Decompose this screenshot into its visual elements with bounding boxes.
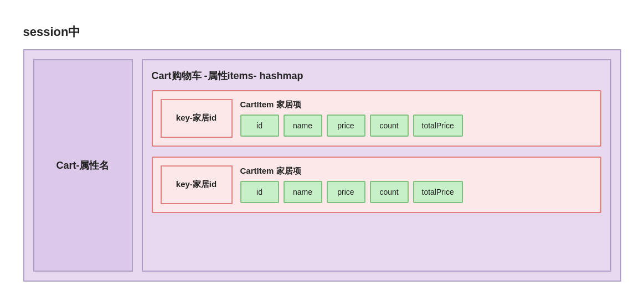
cartitem-fields-1: id name price count [240, 115, 593, 137]
left-panel: Cart-属性名 [33, 59, 133, 272]
cartitem-title-2: CartItem 家居项 [240, 166, 593, 176]
field-price-2: price [327, 181, 365, 203]
field-name-2: name [284, 181, 322, 203]
field-name-1: name [284, 115, 322, 137]
hashmap-items: key-家居id CartItem 家居项 id name [152, 90, 601, 213]
cartitem-fields-2: id name price count [240, 181, 593, 203]
hashmap-row: key-家居id CartItem 家居项 id name [152, 90, 601, 147]
field-id-1: id [240, 115, 279, 137]
field-id-2: id [240, 181, 279, 203]
field-price-1: price [327, 115, 365, 137]
value-box-1: CartItem 家居项 id name price [240, 100, 593, 137]
field-totalprice-2: totalPrice [413, 181, 463, 203]
hashmap-row-2: key-家居id CartItem 家居项 id name [152, 157, 601, 213]
hashmap-title: Cart购物车 -属性items- hashmap [152, 69, 601, 82]
key-label-2: key-家居id [176, 179, 217, 190]
outer-box: Cart-属性名 Cart购物车 -属性items- hashmap key-家… [23, 49, 621, 282]
field-totalprice-1: totalPrice [413, 115, 463, 137]
field-count-1: count [370, 115, 409, 137]
key-box-1: key-家居id [161, 99, 233, 138]
right-panel: Cart购物车 -属性items- hashmap key-家居id CartI… [142, 59, 611, 272]
value-box-2: CartItem 家居项 id name price [240, 166, 593, 203]
field-count-2: count [370, 181, 409, 203]
page-container: session中 Cart-属性名 Cart购物车 -属性items- hash… [12, 13, 632, 284]
cart-attribute-label: Cart-属性名 [56, 159, 109, 172]
key-box-2: key-家居id [161, 165, 233, 204]
page-title: session中 [23, 24, 621, 40]
key-label-1: key-家居id [176, 113, 217, 123]
cartitem-title-1: CartItem 家居项 [240, 100, 593, 110]
